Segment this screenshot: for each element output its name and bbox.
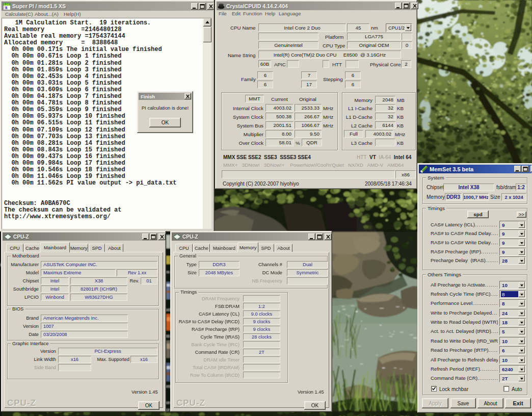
- svg-text:m: m: [166, 270, 170, 274]
- svg-text:π: π: [5, 5, 8, 10]
- svg-text:XI: XI: [166, 334, 170, 339]
- svg-text:cz: cz: [166, 407, 170, 412]
- svg-text:od: od: [166, 307, 170, 312]
- svg-text:ce: ce: [166, 400, 170, 405]
